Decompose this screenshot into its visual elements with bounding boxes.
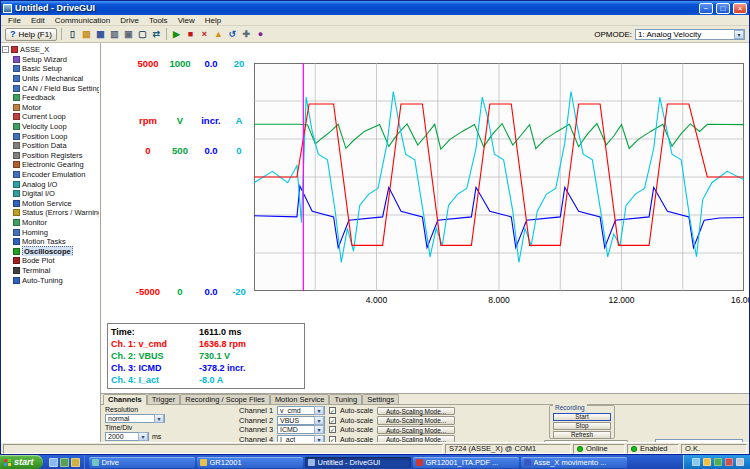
start-button[interactable]: Start [553, 413, 611, 421]
minimize-button[interactable]: − [699, 3, 713, 14]
quick-launch-icon-1[interactable] [49, 458, 58, 467]
chevron-down-icon[interactable]: ▾ [314, 425, 324, 434]
tree-item-status-errors-warnings[interactable]: Status (Errors / Warnings) [2, 208, 99, 218]
auto-scale-checkbox[interactable]: ✓ [329, 407, 336, 414]
tree-item-terminal[interactable]: Terminal [2, 266, 99, 276]
tab-settings[interactable]: Settings [362, 394, 399, 404]
tree-item-analog-i-o[interactable]: Analog I/O [2, 179, 99, 189]
close-button[interactable]: × [733, 3, 747, 14]
channel-3-select[interactable]: ICMD▾ [277, 425, 325, 434]
chevron-down-icon[interactable]: ▾ [314, 406, 324, 415]
menu-communication[interactable]: Communication [50, 16, 116, 25]
auto-scaling-mode-button[interactable]: Auto-Scaling Mode... [377, 407, 455, 416]
tree-item-position-registers[interactable]: Position Registers [2, 151, 99, 161]
timediv-select[interactable]: 2000 ▾ [105, 432, 149, 441]
task-gr12001[interactable]: GR12001 [197, 457, 303, 468]
restore-defaults-button[interactable]: Restore Oscilloscope Defaults [544, 440, 628, 442]
tree-item-feedback[interactable]: Feedback [2, 93, 99, 103]
tree-item-electronic-gearing[interactable]: Electronic Gearing [2, 160, 99, 170]
drive-enable-icon[interactable]: ▶ [170, 28, 183, 41]
scope-plot[interactable] [254, 63, 744, 291]
tree-expand-icon[interactable]: - [2, 46, 9, 53]
tray-icon-4[interactable] [725, 458, 733, 466]
tree-item-encoder-emulation[interactable]: Encoder Emulation [2, 170, 99, 180]
tree-item-motor[interactable]: Motor [2, 103, 99, 113]
connect-icon[interactable]: ⇄ [150, 28, 163, 41]
menu-help[interactable]: Help [200, 16, 226, 25]
tree-item-oscilloscope[interactable]: Oscilloscope [2, 246, 99, 256]
tree-item-digital-i-o[interactable]: Digital I/O [2, 189, 99, 199]
tree-item-can-field-bus-settings[interactable]: CAN / Field Bus Settings [2, 83, 99, 93]
auto-scaling-mode-button[interactable]: Auto-Scaling Mode... [377, 435, 455, 442]
auto-scaling-mode-button[interactable]: Auto-Scaling Mode... [377, 426, 455, 435]
auto-scale-checkbox[interactable]: ✓ [329, 436, 336, 442]
tab-channels[interactable]: Channels [103, 394, 147, 405]
tree-item-setup-wizard[interactable]: Setup Wizard [2, 55, 99, 65]
drive-disable-icon[interactable]: ■ [184, 28, 197, 41]
tray-icon-2[interactable] [703, 458, 711, 466]
tab-trigger[interactable]: Trigger [147, 394, 180, 404]
tab-recording-scope-files[interactable]: Recording / Scope Files [180, 394, 270, 404]
tree-item-bode-plot[interactable]: Bode Plot [2, 256, 99, 266]
opmode-select[interactable]: 1: Analog Velocity ▾ [635, 29, 745, 40]
channel-4-select[interactable]: I_act▾ [277, 435, 325, 442]
tree-item-velocity-loop[interactable]: Velocity Loop [2, 122, 99, 132]
tree-item-auto-tuning[interactable]: Auto-Tuning [2, 275, 99, 285]
tree-item-position-data[interactable]: Position Data [2, 141, 99, 151]
chevron-down-icon[interactable]: ▾ [154, 414, 164, 423]
task-gr12001-ita-pdf[interactable]: GR12001_ITA.PDF ... [413, 457, 519, 468]
gauge-icon[interactable]: ● [254, 28, 267, 41]
tree-item-basic-setup[interactable]: Basic Setup [2, 64, 99, 74]
menu-drive[interactable]: Drive [115, 16, 144, 25]
chevron-down-icon[interactable]: ▾ [138, 432, 148, 441]
tree-item-asse-x[interactable]: -ASSE_X [2, 45, 99, 55]
maximize-button[interactable]: □ [716, 3, 730, 14]
tree-item-motion-service[interactable]: Motion Service [2, 199, 99, 209]
quick-launch-icon-2[interactable] [60, 458, 69, 467]
tree-item-monitor[interactable]: Monitor [2, 218, 99, 228]
tray-icon-3[interactable] [714, 458, 722, 466]
tree-item-current-loop[interactable]: Current Loop [2, 112, 99, 122]
tree-item-position-loop[interactable]: Position Loop [2, 131, 99, 141]
reset-icon[interactable]: ↺ [226, 28, 239, 41]
stop-button[interactable]: Stop [553, 422, 611, 430]
menu-tools[interactable]: Tools [144, 16, 173, 25]
tree-item-units-mechanical[interactable]: Units / Mechanical [2, 74, 99, 84]
channel-2-select[interactable]: VBUS▾ [277, 416, 325, 425]
task-asse-x-movimento[interactable]: Asse_X movimento ... [521, 457, 627, 468]
tree-item-motion-tasks[interactable]: Motion Tasks [2, 237, 99, 247]
menu-view[interactable]: View [173, 16, 200, 25]
help-button[interactable]: ? Help (F1) [5, 28, 57, 41]
new-file-icon[interactable]: ▯ [66, 28, 79, 41]
tab-motion-service[interactable]: Motion Service [270, 394, 330, 404]
resolution-select[interactable]: normal ▾ [105, 414, 165, 423]
refresh-button[interactable]: Refresh [553, 431, 611, 439]
start-button[interactable]: start [0, 455, 43, 469]
auto-scale-checkbox[interactable]: ✓ [329, 417, 336, 424]
command-input[interactable] [655, 439, 743, 442]
auto-scale-checkbox[interactable]: ✓ [329, 426, 336, 433]
tray-icon-5[interactable] [736, 458, 744, 466]
quick-launch-icon-3[interactable] [71, 458, 80, 467]
channel-1-select[interactable]: v_cmd▾ [277, 406, 325, 415]
warning-icon[interactable]: ▲ [212, 28, 225, 41]
tree-item-label: Motor [22, 103, 41, 112]
menu-file[interactable]: File [3, 16, 26, 25]
chevron-down-icon[interactable]: ▾ [734, 30, 744, 39]
terminal-icon[interactable]: ▢ [136, 28, 149, 41]
tree-item-homing[interactable]: Homing [2, 227, 99, 237]
chevron-down-icon[interactable]: ▾ [314, 435, 324, 442]
print-icon[interactable]: ▥ [108, 28, 121, 41]
open-folder-icon[interactable]: ▤ [80, 28, 93, 41]
chevron-down-icon[interactable]: ▾ [314, 416, 324, 425]
tab-tuning[interactable]: Tuning [329, 394, 362, 404]
task-untitled-drivegui[interactable]: Untitled - DriveGUI [305, 457, 411, 468]
tray-icon-1[interactable] [692, 458, 700, 466]
copy-icon[interactable]: ▣ [122, 28, 135, 41]
task-drive[interactable]: Drive [89, 457, 195, 468]
tools-icon[interactable]: ✚ [240, 28, 253, 41]
save-icon[interactable]: ▦ [94, 28, 107, 41]
stop-icon[interactable]: × [198, 28, 211, 41]
menu-edit[interactable]: Edit [26, 16, 50, 25]
auto-scaling-mode-button[interactable]: Auto-Scaling Mode... [377, 416, 455, 425]
